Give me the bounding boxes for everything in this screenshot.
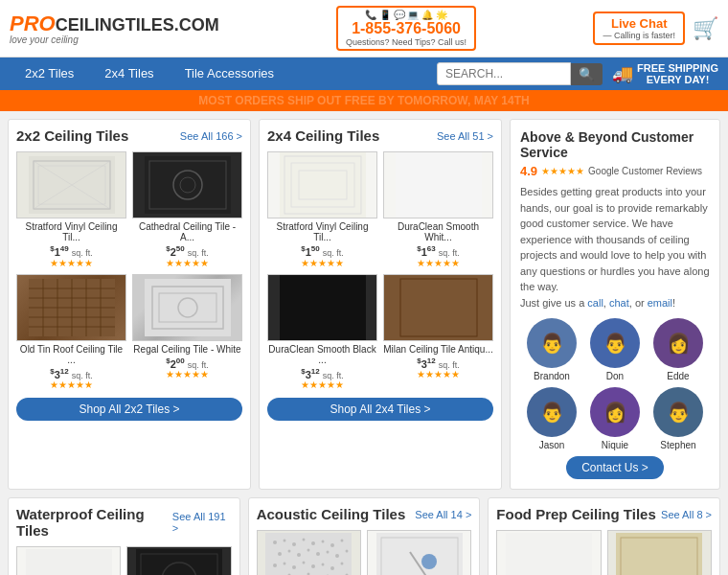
product-item: Iconic Petra Ceiling Tile 2... $150 sq. … xyxy=(257,530,361,575)
avatar-niquie: 👩 Niquie xyxy=(590,387,640,450)
svg-rect-82 xyxy=(616,533,702,576)
product-item: DuraClean Smooth Whit... $162 sq. ft. ★★… xyxy=(496,530,601,575)
product-grid-2x4: Stratford Vinyl Ceiling Til... $150 sq. … xyxy=(267,151,493,390)
product-stars: ★★★★★ xyxy=(16,380,126,390)
section-2x4: 2x4 Ceiling Tiles See All 51 > Stratford… xyxy=(259,119,502,490)
free-shipping-line1: FREE SHIPPING xyxy=(637,62,718,74)
product-grid-2x2: Stratford Vinyl Ceiling Til... $149 sq. … xyxy=(16,151,242,390)
product-item: Milan Ceiling Tile Antiqu... $312 sq. ft… xyxy=(383,274,493,391)
cart-icon[interactable]: 🛒 xyxy=(693,16,718,41)
shop-all-2x2-button[interactable]: Shop All 2x2 Tiles > xyxy=(16,398,242,421)
svg-point-41 xyxy=(311,541,315,545)
see-all-2x4[interactable]: See All 51 > xyxy=(437,130,493,142)
customer-service-box: Above & Beyond Customer Service 4.9 ★★★★… xyxy=(510,119,720,490)
avatar-circle: 👨 xyxy=(653,387,703,437)
section-2x2-title: 2x2 Ceiling Tiles xyxy=(16,127,128,144)
svg-point-44 xyxy=(341,539,344,541)
svg-point-57 xyxy=(311,564,315,568)
section-food-prep: Food Prep Ceiling Tiles See All 8 > Dura… xyxy=(488,497,720,575)
nav-item-2x2[interactable]: 2x2 Tiles xyxy=(10,58,89,90)
see-all-acoustic[interactable]: See All 14 > xyxy=(415,509,471,520)
livechat-sub: — Calling is faster! xyxy=(603,31,675,40)
svg-point-38 xyxy=(284,539,286,541)
main-nav: 2x2 Tiles 2x4 Tiles Tile Accessories 🔍 🚚… xyxy=(0,58,728,90)
svg-rect-28 xyxy=(396,151,482,218)
section-waterproof-title: Waterproof Ceiling Tiles xyxy=(16,506,172,539)
cs-chat-link[interactable]: chat xyxy=(609,297,629,309)
product-image xyxy=(267,151,377,218)
header-right: Live Chat — Calling is faster! 🛒 xyxy=(593,12,718,45)
product-price: $312 sq. ft. xyxy=(16,367,126,380)
search-area: 🔍 xyxy=(437,62,603,85)
svg-rect-29 xyxy=(280,274,366,341)
shop-all-2x4-button[interactable]: Shop All 2x4 Tiles > xyxy=(267,398,493,421)
svg-point-48 xyxy=(307,548,310,551)
product-item: Stratford Vinyl Ceiling Til... $150 sq. … xyxy=(267,151,377,268)
logo-rest: CEILINGTILES.COM xyxy=(56,15,219,34)
product-item: DuraClean Smooth Whit... $162 sq. ft. ★★… xyxy=(16,546,121,575)
product-image xyxy=(16,546,121,575)
product-name: DuraClean Smooth Black ... xyxy=(267,344,377,365)
search-input[interactable] xyxy=(437,62,571,85)
avatar-circle: 👨 xyxy=(590,318,640,368)
livechat-box[interactable]: Live Chat — Calling is faster! xyxy=(593,12,685,45)
product-item: Serenity Ceiling Tile - Sand $349 sq. ft… xyxy=(607,530,712,575)
svg-rect-77 xyxy=(376,533,463,576)
svg-rect-30 xyxy=(396,274,482,341)
svg-point-40 xyxy=(303,538,306,540)
product-stars: ★★★★★ xyxy=(132,369,242,380)
product-image xyxy=(383,274,493,341)
logo-pro: PRO xyxy=(10,12,56,35)
svg-point-49 xyxy=(316,552,320,556)
nav-item-2x4[interactable]: 2x4 Tiles xyxy=(89,58,169,90)
avatar-edde: 👩 Edde xyxy=(653,318,703,381)
product-stars: ★★★★★ xyxy=(16,258,126,268)
logo[interactable]: PROCEILINGTILES.COM love your ceiling xyxy=(10,12,219,45)
product-image xyxy=(132,274,242,341)
section-2x4-header: 2x4 Ceiling Tiles See All 51 > xyxy=(267,127,493,144)
section-waterproof: Waterproof Ceiling Tiles See All 191 > D… xyxy=(8,497,240,575)
see-all-2x2[interactable]: See All 166 > xyxy=(180,130,242,142)
product-stars: ★★★★★ xyxy=(383,258,493,268)
svg-point-39 xyxy=(292,542,296,546)
svg-point-56 xyxy=(303,561,306,564)
product-item: Old Tin Roof Ceiling Tile ... $312 sq. f… xyxy=(16,274,126,391)
search-button[interactable]: 🔍 xyxy=(571,63,603,85)
product-name: Milan Ceiling Tile Antiqu... xyxy=(383,344,493,355)
see-all-food-prep[interactable]: See All 8 > xyxy=(661,509,712,520)
svg-rect-20 xyxy=(145,279,231,336)
svg-rect-5 xyxy=(145,156,231,214)
nav-item-accessories[interactable]: Tile Accessories xyxy=(170,58,289,90)
svg-point-46 xyxy=(288,549,291,552)
logo-tagline: love your ceiling xyxy=(10,34,219,45)
product-stars: ★★★★★ xyxy=(132,258,242,268)
product-grid-waterproof: DuraClean Smooth Whit... $162 sq. ft. ★★… xyxy=(16,546,232,575)
product-image xyxy=(257,530,361,575)
free-shipping-badge: 🚚 FREE SHIPPING EVERY DAY! xyxy=(612,62,718,85)
phone-number[interactable]: 1-855-376-5060 xyxy=(346,20,466,37)
cs-email-link[interactable]: email xyxy=(648,297,672,309)
product-price: $250 sq. ft. xyxy=(132,244,242,258)
cs-call-link[interactable]: call xyxy=(587,297,603,309)
avatar-name: Jason xyxy=(527,440,577,450)
svg-point-58 xyxy=(322,563,325,565)
see-all-waterproof[interactable]: See All 191 > xyxy=(172,511,232,534)
truck-icon: 🚚 xyxy=(612,63,633,84)
avatar-circle: 👨 xyxy=(527,387,577,437)
product-image xyxy=(126,546,231,575)
svg-rect-32 xyxy=(26,549,112,576)
product-item: EchoGuard Fiberglass Te... $250 sq. ft. … xyxy=(367,530,471,575)
section-food-prep-header: Food Prep Ceiling Tiles See All 8 > xyxy=(496,506,712,522)
section-2x2: 2x2 Ceiling Tiles See All 166 > Stratfor… xyxy=(8,119,251,490)
svg-point-60 xyxy=(341,562,344,564)
product-stars: ★★★★★ xyxy=(267,380,377,390)
product-price: $312 sq. ft. xyxy=(267,367,377,380)
avatar-brandon: 👨 Brandon xyxy=(527,318,577,381)
contact-us-button[interactable]: Contact Us > xyxy=(566,456,664,479)
avatar-name: Edde xyxy=(653,371,703,381)
svg-point-53 xyxy=(273,564,277,567)
product-name: Regal Ceiling Tile - White xyxy=(132,344,242,355)
product-item: Regal Ceiling Tile - White $200 sq. ft. … xyxy=(132,274,242,391)
avatar-name: Stephen xyxy=(653,440,703,450)
svg-rect-81 xyxy=(506,533,592,576)
